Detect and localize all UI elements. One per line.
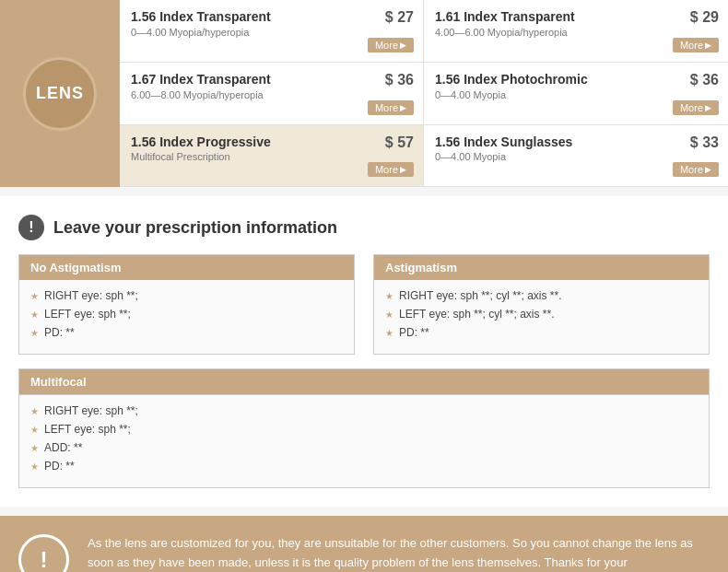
lens-item-5-top: 1.56 Index Progressive Multifocal Prescr…: [131, 134, 414, 163]
lens-item-3-bottom: More: [131, 100, 414, 115]
star-icon-7: ★: [30, 406, 39, 416]
lens-item-4: 1.56 Index Photochromic 0—4.00 Myopia $ …: [424, 63, 728, 125]
lens-item-2-bottom: More: [435, 38, 719, 53]
lens-item-5-price: $ 57: [385, 134, 414, 151]
star-icon-3: ★: [30, 328, 39, 338]
no-astigmatism-item-1: ★ RIGHT eye: sph **;: [30, 289, 343, 302]
warning-text: As the lens are customized for you, they…: [88, 534, 710, 572]
lens-item-5-title: 1.56 Index Progressive Multifocal Prescr…: [131, 134, 271, 163]
prescription-section: ! Leave your prescription information No…: [0, 196, 728, 507]
multifocal-section: Multifocal ★ RIGHT eye: sph **; ★ LEFT e…: [18, 368, 710, 488]
multifocal-content: ★ RIGHT eye: sph **; ★ LEFT eye: sph **;…: [18, 395, 710, 488]
warning-section: ! As the lens are customized for you, th…: [0, 516, 728, 572]
star-icon-10: ★: [30, 461, 39, 472]
lens-item-3-top: 1.67 Index Transparent 6.00—8.00 Myopia/…: [131, 72, 414, 100]
lens-item-1-bottom: More: [131, 38, 414, 53]
no-astigmatism-item-2: ★ LEFT eye: sph **;: [30, 308, 343, 321]
lens-item-1-more-button[interactable]: More: [368, 38, 414, 53]
lens-item-3-more-button[interactable]: More: [368, 100, 414, 115]
lens-item-4-more-button[interactable]: More: [673, 100, 719, 115]
no-astigmatism-title: No Astigmatism: [19, 255, 354, 280]
star-icon-6: ★: [385, 328, 393, 338]
star-icon-5: ★: [385, 309, 393, 320]
lens-item-4-price: $ 36: [690, 72, 719, 88]
astigmatism-box: Astigmatism ★ RIGHT eye: sph **; cyl **;…: [373, 254, 710, 355]
astigmatism-item-1: ★ RIGHT eye: sph **; cyl **; axis **.: [385, 289, 698, 302]
no-astigmatism-box: No Astigmatism ★ RIGHT eye: sph **; ★ LE…: [18, 254, 355, 355]
multifocal-title: Multifocal: [18, 368, 710, 395]
lens-item-5-bottom: More: [131, 162, 414, 177]
lens-grid: 1.56 Index Transparent 0—4.00 Myopia/hyp…: [120, 0, 728, 187]
lens-item-1: 1.56 Index Transparent 0—4.00 Myopia/hyp…: [120, 0, 424, 63]
lens-item-3-price: $ 36: [385, 72, 414, 88]
lens-section: Lens 1.56 Index Transparent 0—4.00 Myopi…: [0, 0, 728, 187]
lens-item-4-top: 1.56 Index Photochromic 0—4.00 Myopia $ …: [435, 72, 719, 100]
warning-icon: !: [18, 534, 69, 572]
lens-label: Lens: [23, 57, 97, 131]
star-icon-9: ★: [30, 443, 39, 453]
star-icon-4: ★: [385, 291, 393, 301]
lens-item-1-top: 1.56 Index Transparent 0—4.00 Myopia/hyp…: [131, 9, 414, 38]
star-icon-1: ★: [30, 291, 39, 301]
lens-item-4-bottom: More: [435, 100, 719, 115]
lens-item-3-title: 1.67 Index Transparent 6.00—8.00 Myopia/…: [131, 72, 271, 100]
lens-item-1-title: 1.56 Index Transparent 0—4.00 Myopia/hyp…: [131, 9, 271, 38]
astigmatism-content: ★ RIGHT eye: sph **; cyl **; axis **. ★ …: [374, 280, 709, 354]
prescription-section-title: Leave your prescription information: [53, 218, 337, 238]
lens-item-2: 1.61 Index Transparent 4.00—6.00 Myopia/…: [424, 0, 728, 63]
star-icon-8: ★: [30, 425, 39, 435]
lens-item-6-bottom: More: [435, 162, 719, 177]
info-icon: !: [18, 215, 44, 240]
lens-item-5: 1.56 Index Progressive Multifocal Prescr…: [120, 125, 424, 188]
lens-item-1-price: $ 27: [385, 9, 414, 26]
astigmatism-item-3: ★ PD: **: [385, 326, 698, 339]
lens-item-4-title: 1.56 Index Photochromic 0—4.00 Myopia: [435, 72, 588, 100]
multifocal-item-3: ★ ADD: **: [30, 441, 698, 454]
lens-item-6-top: 1.56 Index Sunglasses 0—4.00 Myopia $ 33: [435, 134, 719, 163]
astigmatism-title: Astigmatism: [374, 255, 709, 280]
lens-item-6: 1.56 Index Sunglasses 0—4.00 Myopia $ 33…: [424, 125, 728, 188]
lens-item-2-top: 1.61 Index Transparent 4.00—6.00 Myopia/…: [435, 9, 719, 38]
multifocal-item-1: ★ RIGHT eye: sph **;: [30, 404, 698, 417]
lens-item-2-price: $ 29: [690, 9, 719, 26]
multifocal-item-2: ★ LEFT eye: sph **;: [30, 423, 698, 436]
astigmatism-item-2: ★ LEFT eye: sph **; cyl **; axis **.: [385, 308, 698, 321]
lens-item-6-more-button[interactable]: More: [673, 162, 719, 177]
prescription-header: ! Leave your prescription information: [18, 215, 710, 240]
lens-item-6-price: $ 33: [690, 134, 719, 151]
lens-label-column: Lens: [0, 0, 120, 187]
lens-item-5-more-button[interactable]: More: [368, 162, 414, 177]
lens-item-2-title: 1.61 Index Transparent 4.00—6.00 Myopia/…: [435, 9, 575, 38]
lens-item-2-more-button[interactable]: More: [673, 38, 719, 53]
multifocal-item-4: ★ PD: **: [30, 460, 698, 473]
star-icon-2: ★: [30, 309, 39, 320]
no-astigmatism-content: ★ RIGHT eye: sph **; ★ LEFT eye: sph **;…: [19, 280, 354, 354]
no-astigmatism-item-3: ★ PD: **: [30, 326, 343, 339]
lens-item-3: 1.67 Index Transparent 6.00—8.00 Myopia/…: [120, 63, 424, 125]
prescription-grid: No Astigmatism ★ RIGHT eye: sph **; ★ LE…: [18, 254, 710, 355]
lens-item-6-title: 1.56 Index Sunglasses 0—4.00 Myopia: [435, 134, 572, 163]
